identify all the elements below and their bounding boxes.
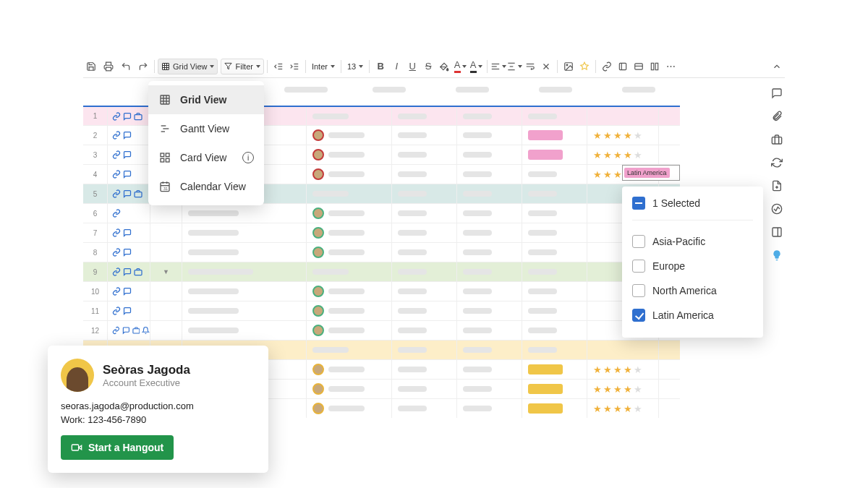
view-select[interactable]: Grid View [158, 59, 218, 74]
filter-select[interactable]: Filter [221, 59, 263, 74]
contact-phone: Work: 123-456-7890 [61, 414, 255, 425]
region-option[interactable]: Europe [632, 254, 753, 278]
lightbulb-icon[interactable] [770, 249, 783, 262]
checkbox-icon[interactable] [632, 235, 645, 248]
filter-label: Filter [235, 62, 252, 71]
strikethrough-icon[interactable]: S [420, 59, 436, 74]
rating-cell[interactable]: ★★★★★ [587, 399, 659, 418]
text-color2-icon[interactable]: A [468, 59, 484, 74]
info-icon[interactable]: i [242, 152, 254, 163]
view-select-label: Grid View [173, 62, 207, 71]
image-icon[interactable] [561, 59, 576, 74]
rating-cell[interactable]: ★★★★★ [587, 126, 659, 145]
more-icon[interactable]: ⋯ [663, 59, 678, 74]
svg-marker-6 [225, 63, 231, 69]
table-row[interactable]: 12 [83, 320, 680, 340]
contact-name: Seòras Jagoda [103, 363, 190, 377]
row-icons [108, 307, 150, 315]
text-color-icon[interactable]: A [452, 59, 468, 74]
redo-icon[interactable] [135, 59, 151, 74]
underline-icon[interactable]: U [404, 59, 420, 74]
briefcase-icon[interactable] [770, 133, 783, 146]
row-icons [108, 112, 150, 121]
align-icon[interactable] [490, 59, 506, 74]
svg-rect-32 [161, 95, 169, 104]
svg-rect-0 [106, 67, 111, 71]
rating-cell[interactable]: ★★★★★ [587, 380, 659, 398]
layout-icon[interactable] [631, 59, 647, 74]
checkbox-icon[interactable] [632, 309, 645, 322]
comment-icon[interactable] [770, 87, 783, 100]
grid-icon [161, 62, 170, 71]
svg-rect-43 [166, 158, 169, 162]
row-number: 11 [83, 301, 108, 320]
avatar [61, 359, 94, 392]
table-row[interactable]: 7 [83, 223, 680, 242]
activity-icon[interactable] [770, 202, 783, 215]
clear-format-icon[interactable] [538, 59, 554, 74]
row-icons [108, 287, 150, 296]
view-menu-grid[interactable]: Grid View [148, 85, 264, 114]
view-menu-calendar[interactable]: 31 Calendar View [148, 172, 264, 201]
row-icons [108, 209, 150, 218]
font-size-select[interactable]: 13 [344, 59, 366, 74]
indent-icon[interactable] [286, 59, 302, 74]
start-hangout-button[interactable]: Start a Hangout [61, 435, 174, 460]
row-number: 8 [83, 243, 108, 262]
print-icon[interactable] [101, 59, 116, 74]
row-number: 3 [83, 145, 108, 164]
save-icon[interactable] [83, 59, 99, 74]
file-plus-icon[interactable] [770, 179, 783, 192]
svg-rect-42 [161, 158, 164, 162]
undo-icon[interactable] [118, 59, 134, 74]
wrap-icon[interactable] [522, 59, 538, 74]
svg-rect-28 [135, 114, 142, 119]
chevron-down-icon [210, 65, 214, 68]
checkbox-icon[interactable] [632, 260, 645, 273]
attachment-icon[interactable] [770, 110, 783, 123]
table-row[interactable]: 8 [83, 242, 680, 262]
region-option[interactable]: Asia-Pacific [632, 229, 753, 254]
highlight-icon[interactable] [576, 59, 592, 74]
columns-icon[interactable] [647, 59, 663, 74]
region-option[interactable]: Latin America [632, 303, 753, 328]
indeterminate-checkbox-icon[interactable] [632, 197, 645, 210]
calendar-icon: 31 [158, 180, 171, 193]
checkbox-icon[interactable] [632, 284, 645, 297]
rating-cell[interactable]: ★★★★★ [587, 360, 659, 379]
region-cell-active[interactable]: Latin America [622, 165, 680, 181]
svg-point-21 [566, 64, 568, 66]
filter-icon [224, 62, 232, 70]
table-row[interactable]: 11 [83, 301, 680, 320]
svg-rect-41 [166, 153, 169, 157]
font-family-select[interactable]: Inter [309, 59, 338, 74]
bold-icon[interactable]: B [373, 59, 388, 74]
attach-icon[interactable] [615, 59, 631, 74]
outdent-icon[interactable] [271, 59, 286, 74]
rating-cell[interactable] [587, 107, 659, 125]
contact-email: seoras.jagoda@production.com [61, 401, 255, 411]
row-icons [108, 170, 150, 179]
region-selector-popover: 1 Selected Asia-PacificEuropeNorth Ameri… [622, 187, 763, 338]
table-row[interactable]: 9▼ [83, 262, 680, 281]
region-option[interactable]: North America [632, 278, 753, 303]
svg-text:31: 31 [163, 187, 168, 191]
rating-cell[interactable] [587, 341, 659, 359]
view-menu-gantt[interactable]: Gantt View [148, 114, 264, 143]
refresh-icon[interactable] [770, 156, 783, 169]
collapse-icon[interactable] [769, 59, 785, 74]
link-icon[interactable] [599, 59, 615, 74]
right-rail [765, 87, 788, 262]
svg-rect-1 [163, 63, 169, 69]
view-menu-card[interactable]: Card View i [148, 143, 264, 172]
table-row[interactable]: 10 [83, 281, 680, 301]
table-row[interactable]: 6 [83, 203, 680, 223]
rating-cell[interactable]: ★★★★★ [587, 145, 659, 164]
fill-color-icon[interactable] [436, 59, 452, 74]
panel-icon[interactable] [770, 226, 783, 239]
valign-icon[interactable] [506, 59, 522, 74]
svg-rect-49 [72, 445, 78, 450]
italic-icon[interactable]: I [388, 59, 404, 74]
selection-count: 1 Selected [652, 197, 700, 209]
svg-rect-29 [135, 192, 142, 197]
